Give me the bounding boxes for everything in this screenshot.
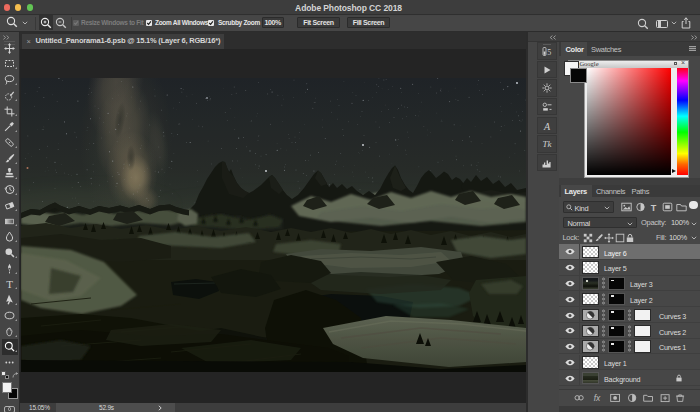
svg-text:fx: fx: [594, 393, 601, 403]
svg-text:T: T: [6, 278, 13, 289]
svg-text:5: 5: [547, 48, 551, 57]
svg-text:Tk: Tk: [543, 139, 553, 149]
svg-text:A: A: [543, 120, 551, 131]
svg-text:T: T: [651, 203, 657, 213]
